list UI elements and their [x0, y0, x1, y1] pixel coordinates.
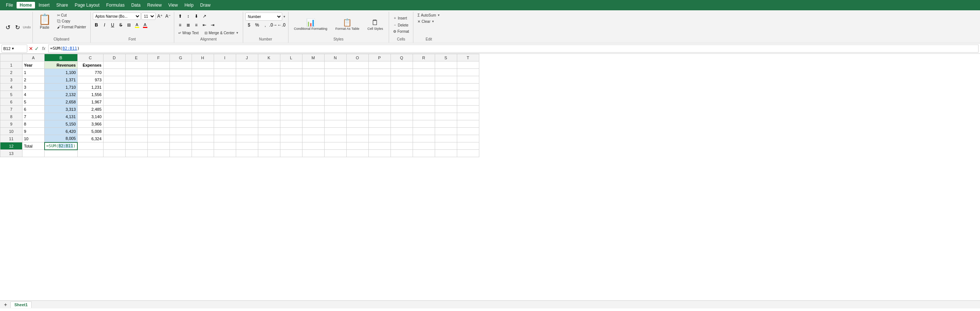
cell-A9[interactable]: 8: [22, 121, 45, 128]
autosum-button[interactable]: Σ AutoSum ▼: [415, 13, 442, 18]
col-header-A[interactable]: A: [22, 54, 45, 62]
row-header-1[interactable]: 1: [0, 62, 22, 69]
align-bottom-button[interactable]: ⬇: [192, 13, 200, 20]
insert-button[interactable]: ＋ Insert: [391, 15, 411, 21]
indent-decrease-button[interactable]: ⇤: [201, 21, 208, 29]
fill-color-button[interactable]: A: [134, 21, 141, 29]
menu-file[interactable]: File: [3, 2, 16, 8]
col-header-C[interactable]: C: [77, 54, 103, 62]
font-size-select[interactable]: 11: [142, 13, 156, 20]
font-shrink-button[interactable]: A⁻: [164, 13, 172, 20]
cell-R1[interactable]: [413, 62, 435, 69]
cell-C12[interactable]: [77, 143, 103, 150]
cell-S1[interactable]: [435, 62, 457, 69]
row-header-6[interactable]: 6: [0, 98, 22, 106]
cell-A3[interactable]: 2: [22, 76, 45, 84]
cell-C8[interactable]: 3,140: [77, 113, 103, 121]
sheet-tab-sheet1[interactable]: Sheet1: [10, 301, 32, 308]
format-as-table-button[interactable]: 📋 Format As Table: [332, 17, 363, 32]
menu-review[interactable]: Review: [145, 2, 165, 8]
cell-E1[interactable]: [125, 62, 147, 69]
cell-B6[interactable]: 2,658: [45, 98, 78, 106]
align-left-button[interactable]: ≡: [177, 21, 184, 29]
border-button[interactable]: ⊞: [125, 21, 133, 29]
cell-P1[interactable]: [368, 62, 391, 69]
col-header-H[interactable]: H: [192, 54, 214, 62]
row-header-13[interactable]: 13: [0, 150, 22, 157]
align-top-button[interactable]: ⬆: [177, 13, 184, 20]
strikethrough-button[interactable]: S̶: [117, 21, 124, 29]
align-middle-button[interactable]: ↕: [185, 13, 192, 20]
menu-help[interactable]: Help: [181, 2, 197, 8]
col-header-S[interactable]: S: [435, 54, 457, 62]
cell-B8[interactable]: 4,131: [45, 113, 78, 121]
cell-C11[interactable]: 6,324: [77, 135, 103, 143]
cell-B7[interactable]: 3,313: [45, 106, 78, 113]
col-header-N[interactable]: N: [324, 54, 346, 62]
cell-ref-dropdown[interactable]: ▼: [11, 47, 15, 51]
row-header-8[interactable]: 8: [0, 113, 22, 121]
col-header-L[interactable]: L: [280, 54, 302, 62]
underline-button[interactable]: U: [109, 21, 116, 29]
spreadsheet-container[interactable]: A B C D E F G H I J K L M N O P Q R S T: [0, 54, 980, 300]
cell-Q1[interactable]: [391, 62, 413, 69]
menu-home[interactable]: Home: [17, 2, 35, 8]
indent-increase-button[interactable]: ⇥: [209, 21, 216, 29]
decimal-decrease-button[interactable]: ←.0: [278, 21, 285, 29]
col-header-J[interactable]: J: [236, 54, 258, 62]
number-format-select[interactable]: Number: [245, 13, 282, 21]
percent-button[interactable]: %: [253, 21, 261, 29]
cell-G1[interactable]: [169, 62, 192, 69]
redo-button[interactable]: ↻: [13, 22, 22, 32]
cell-A1[interactable]: Year: [22, 62, 45, 69]
col-header-E[interactable]: E: [125, 54, 147, 62]
wrap-text-button[interactable]: ↵ Wrap Text: [177, 30, 201, 36]
cancel-formula-button[interactable]: ✕: [29, 46, 33, 52]
cell-L1[interactable]: [280, 62, 302, 69]
cell-A4[interactable]: 3: [22, 84, 45, 91]
row-header-3[interactable]: 3: [0, 76, 22, 84]
clear-button[interactable]: ✕ Clear ▼: [415, 19, 436, 24]
cell-O1[interactable]: [346, 62, 368, 69]
align-center-button[interactable]: ≣: [185, 21, 192, 29]
cell-D1[interactable]: [103, 62, 125, 69]
decimal-increase-button[interactable]: .0→: [270, 21, 277, 29]
number-format-arrow[interactable]: ▼: [283, 15, 286, 18]
clear-arrow[interactable]: ▼: [431, 20, 434, 23]
cell-A10[interactable]: 9: [22, 128, 45, 135]
cell-C4[interactable]: 1,231: [77, 84, 103, 91]
format-painter-button[interactable]: 🖌 Format Painter: [55, 24, 88, 30]
cell-B2[interactable]: 1,100: [45, 69, 78, 76]
font-name-select[interactable]: Aptos Narrow (Bo...: [93, 13, 141, 20]
cell-F1[interactable]: [147, 62, 169, 69]
cell-A5[interactable]: 4: [22, 91, 45, 98]
col-header-T[interactable]: T: [457, 54, 479, 62]
cell-styles-button[interactable]: 🗒 Cell Styles: [364, 17, 387, 32]
cell-C7[interactable]: 2,485: [77, 106, 103, 113]
paste-button[interactable]: 📋 Paste: [35, 13, 54, 31]
col-header-F[interactable]: F: [147, 54, 169, 62]
menu-insert[interactable]: Insert: [36, 2, 52, 8]
cut-button[interactable]: ✂ Cut: [55, 13, 88, 18]
menu-formulas[interactable]: Formulas: [103, 2, 127, 8]
align-right-button[interactable]: ≡: [192, 21, 200, 29]
menu-data[interactable]: Data: [128, 2, 143, 8]
cell-D2[interactable]: [103, 69, 125, 76]
cell-B9[interactable]: 5,150: [45, 121, 78, 128]
cell-C5[interactable]: 1,556: [77, 91, 103, 98]
menu-view[interactable]: View: [165, 2, 181, 8]
cell-T1[interactable]: [457, 62, 479, 69]
cell-reference-box[interactable]: B12 ▼: [2, 44, 27, 52]
currency-button[interactable]: $: [245, 21, 253, 29]
italic-button[interactable]: I: [101, 21, 108, 29]
cell-I1[interactable]: [214, 62, 236, 69]
cell-H1[interactable]: [192, 62, 214, 69]
menu-share[interactable]: Share: [53, 2, 71, 8]
copy-button[interactable]: ⿻ Copy: [55, 18, 88, 24]
conditional-formatting-button[interactable]: 📊 Conditional Formatting: [291, 17, 331, 32]
col-header-P[interactable]: P: [368, 54, 391, 62]
cell-C10[interactable]: 5,008: [77, 128, 103, 135]
cell-C9[interactable]: 3,966: [77, 121, 103, 128]
cell-A2[interactable]: 1: [22, 69, 45, 76]
cell-B1[interactable]: Revenues: [45, 62, 78, 69]
